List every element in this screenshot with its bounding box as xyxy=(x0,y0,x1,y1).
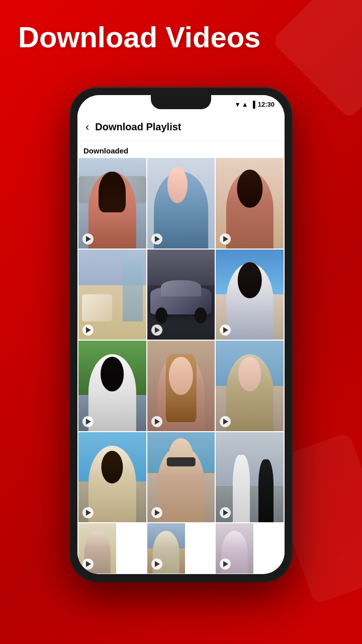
video-item-10[interactable] xyxy=(147,432,215,523)
phone-outer: ▾ ▲ ▐ 12:30 ‹ Download Playlist Download… xyxy=(70,88,292,581)
video-grid xyxy=(77,158,285,574)
video-item-12[interactable] xyxy=(78,523,116,574)
video-item-3[interactable] xyxy=(78,250,146,340)
section-label: Downloaded xyxy=(77,141,285,158)
content-area: Downloaded xyxy=(77,141,285,574)
video-item-5[interactable] xyxy=(216,250,284,340)
video-item-9[interactable] xyxy=(78,432,146,523)
phone-mockup: ▾ ▲ ▐ 12:30 ‹ Download Playlist Download… xyxy=(70,88,292,581)
video-item-4[interactable] xyxy=(147,250,215,340)
play-icon-2[interactable] xyxy=(220,233,231,245)
video-item-14[interactable] xyxy=(216,523,253,574)
video-item-8[interactable] xyxy=(216,341,284,431)
battery-icon: ▐ xyxy=(251,101,255,108)
play-icon-6[interactable] xyxy=(82,416,94,427)
play-icon-1[interactable] xyxy=(151,233,162,245)
video-item-7[interactable] xyxy=(147,341,215,431)
time-display: 12:30 xyxy=(258,101,275,108)
video-item-0[interactable] xyxy=(78,158,146,249)
play-icon-7[interactable] xyxy=(151,416,162,427)
play-icon-13[interactable] xyxy=(151,558,162,570)
video-item-1[interactable] xyxy=(147,158,215,249)
app-header: ‹ Download Playlist xyxy=(77,113,285,141)
screen-title: Download Playlist xyxy=(95,121,181,133)
phone-screen: ▾ ▲ ▐ 12:30 ‹ Download Playlist Download… xyxy=(77,95,285,574)
video-item-6[interactable] xyxy=(78,341,146,431)
back-button[interactable]: ‹ xyxy=(85,121,89,134)
wifi-icon: ▾ xyxy=(236,101,239,108)
page-title: Download Videos xyxy=(18,21,260,53)
video-item-13[interactable] xyxy=(147,523,185,574)
play-icon-10[interactable] xyxy=(151,507,162,518)
play-icon-3[interactable] xyxy=(82,325,94,336)
play-icon-4[interactable] xyxy=(151,325,162,336)
video-item-11[interactable] xyxy=(216,432,284,523)
status-icons: ▾ ▲ ▐ 12:30 xyxy=(236,101,275,108)
video-item-2[interactable] xyxy=(216,158,284,249)
play-icon-8[interactable] xyxy=(220,416,231,427)
play-icon-0[interactable] xyxy=(82,233,94,245)
phone-notch xyxy=(151,95,211,109)
signal-icon: ▲ xyxy=(242,101,248,108)
